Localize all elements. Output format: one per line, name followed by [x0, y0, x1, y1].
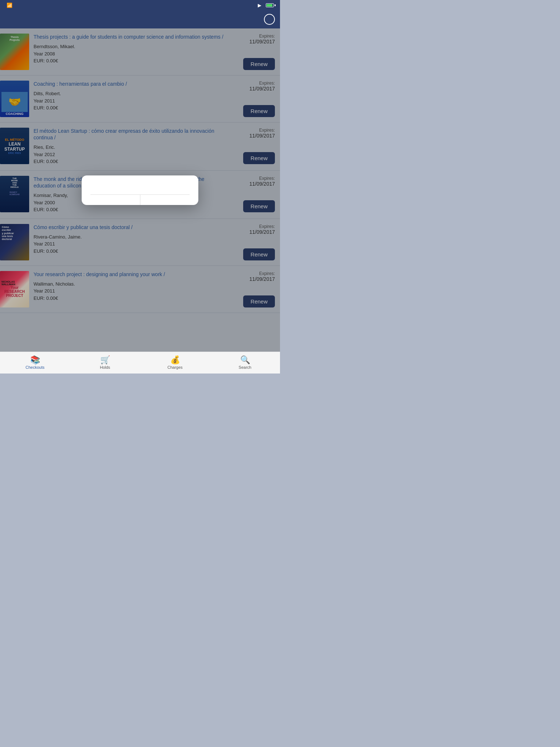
checkouts-icon: 📚 [30, 356, 40, 364]
battery-icon [266, 3, 276, 7]
status-bar: 📶 ▶ [0, 0, 280, 10]
modal-buttons [90, 194, 190, 205]
modal-no-button[interactable] [140, 195, 190, 205]
status-right: ▶ [258, 3, 276, 8]
charges-label: Charges [167, 365, 183, 369]
location-icon: ▶ [258, 3, 261, 8]
tab-charges[interactable]: 💰 Charges [140, 356, 210, 369]
charges-icon: 💰 [170, 356, 180, 364]
tab-holds[interactable]: 🛒 Holds [70, 356, 140, 369]
modal-dialog [82, 175, 198, 205]
header [0, 10, 280, 28]
holds-label: Holds [100, 365, 110, 369]
search-icon: 🔍 [240, 356, 250, 364]
search-label: Search [239, 365, 252, 369]
holds-icon: 🛒 [100, 356, 110, 364]
close-button[interactable] [264, 14, 275, 25]
checkouts-label: Checkouts [26, 365, 44, 369]
modal-yes-button[interactable] [90, 195, 140, 205]
tab-checkouts[interactable]: 📚 Checkouts [0, 356, 70, 369]
wifi-icon: 📶 [7, 3, 12, 8]
tab-search[interactable]: 🔍 Search [210, 356, 280, 369]
status-left: 📶 [4, 3, 12, 8]
tab-bar: 📚 Checkouts 🛒 Holds 💰 Charges 🔍 Search [0, 352, 280, 374]
modal-overlay [0, 28, 280, 352]
